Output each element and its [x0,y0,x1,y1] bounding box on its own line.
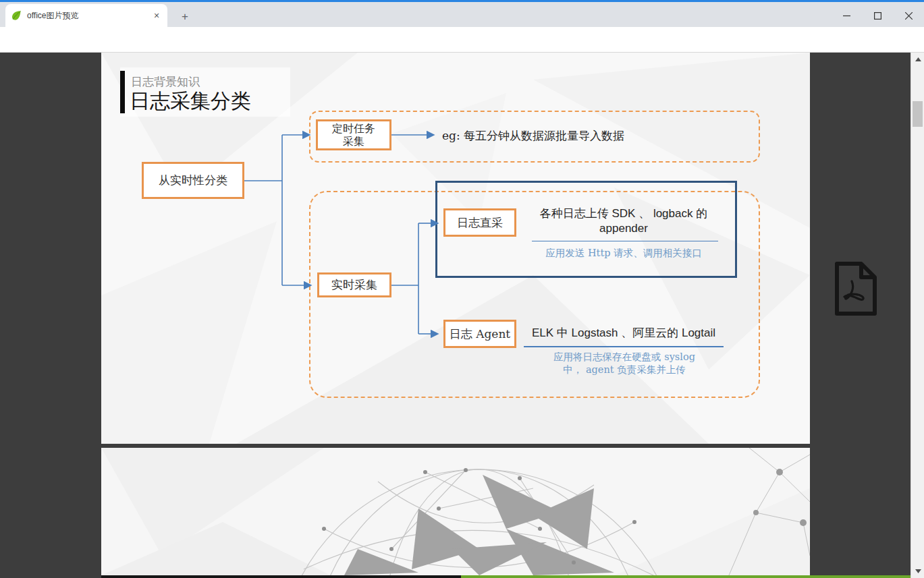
direct-divider-line [532,241,718,241]
tab-title: office图片预览 [27,10,151,22]
node-timed-task-collection: 定时任务 采集 [316,119,391,150]
node-log-agent: 日志 Agent [443,320,516,348]
window-titlebar[interactable]: office图片预览 ✕ + [0,2,924,27]
slide-1: 日志背景知识 日志采集分类 [101,53,810,444]
title-accent-bar [120,71,125,113]
tab-close-icon[interactable]: ✕ [151,10,162,21]
spring-leaf-favicon [11,10,22,21]
close-icon [905,12,913,20]
node-realtime-collection: 实时采集 [317,272,391,297]
scrollbar-up-arrow[interactable] [911,54,924,65]
node-label: 从实时性分类 [159,173,227,188]
node-label: 日志直采 [457,215,503,231]
agent-note-line1: 应用将日志保存在硬盘或 syslog [526,351,722,364]
node-direct-log-collection: 日志直采 [443,208,516,237]
minimize-button[interactable] [831,4,862,27]
browser-tab[interactable]: office图片预览 ✕ [5,4,167,27]
node-label: 定时任务 [332,122,375,135]
direct-note: 应用发送 Http 请求、调用相关接口 [525,247,722,260]
direct-description-line1: 各种日志上传 SDK 、 logback 的 [525,206,722,221]
direct-description-line2: appender [525,221,722,236]
slide2-globe-graphic [101,448,810,575]
pdf-file-icon[interactable] [829,260,880,317]
browser-toolbar: ← → i localhost:8012/onlinePreview?url=h… [0,27,924,53]
node-label: 日志 Agent [450,326,510,342]
agent-description: ELK 中 Logstash 、阿里云的 Logtail [524,325,724,347]
timed-example-text: eg: 每五分钟从数据源批量导入数据 [442,128,685,144]
direct-description: 各种日志上传 SDK 、 logback 的 appender [525,206,722,237]
scrollbar-thumb[interactable] [913,101,923,127]
maximize-icon [874,12,881,20]
node-label: 实时采集 [331,277,377,293]
browser-window: office图片预览 ✕ + ← → i loc [0,0,924,578]
page-content-area: 日志背景知识 日志采集分类 [0,53,924,578]
close-button[interactable] [893,4,924,27]
node-realtime-classification: 从实时性分类 [142,162,244,199]
bottom-green-strip [461,575,911,578]
bottom-dark-strip [101,575,461,578]
node-label: 采集 [343,135,364,148]
minimize-icon [843,12,850,20]
scrollbar-down-arrow[interactable] [911,566,924,577]
maximize-button[interactable] [862,4,893,27]
agent-note-line2: 中， agent 负责采集并上传 [526,364,722,376]
slide-2 [101,448,810,575]
slide-title: 日志采集分类 [130,88,251,115]
page-scrollbar[interactable] [911,53,924,578]
agent-note: 应用将日志保存在硬盘或 syslog 中， agent 负责采集并上传 [526,351,722,376]
new-tab-button[interactable]: + [177,9,193,25]
